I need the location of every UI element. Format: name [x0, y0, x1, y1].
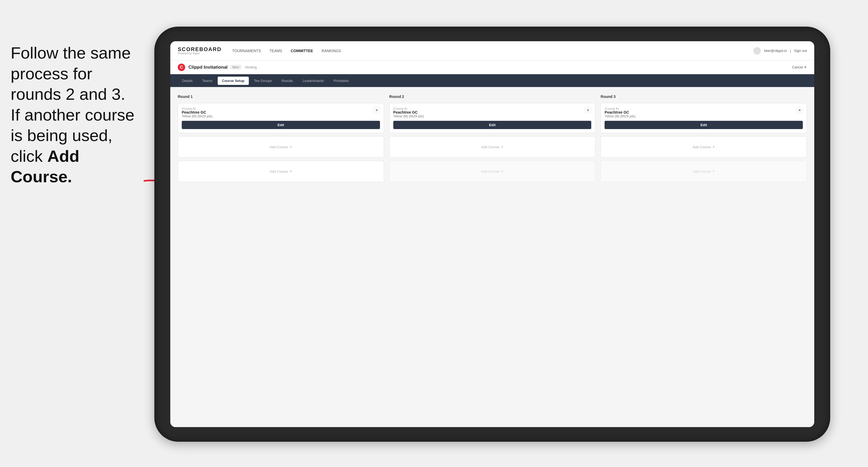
- round-1-edit-button[interactable]: Edit: [182, 121, 380, 129]
- plus-icon: +: [501, 145, 503, 149]
- main-content: Round 1 (Course A) Peachtree GC Yellow (…: [170, 87, 814, 427]
- tab-results[interactable]: Results: [277, 76, 297, 85]
- tab-tee-groups[interactable]: Tee Groups: [250, 76, 276, 85]
- plus-icon: +: [289, 145, 292, 149]
- round-1-label: Round 1: [178, 94, 384, 99]
- logo-title: SCOREBOARD: [178, 46, 221, 52]
- round-2-add-course-2: Add Course +: [389, 161, 595, 182]
- nav-separator: |: [790, 49, 791, 53]
- close-icon: ✕: [375, 108, 378, 112]
- round-3-add-course-2: Add Course +: [600, 161, 807, 182]
- round-1-course-label: (Course A): [182, 107, 213, 110]
- close-icon: ✕: [804, 65, 807, 69]
- round-2-course-name: Peachtree GC: [393, 110, 424, 115]
- round-3-course-name: Peachtree GC: [604, 110, 636, 115]
- instruction-text: Follow the same process for rounds 2 and…: [0, 42, 154, 187]
- round-2-edit-button[interactable]: Edit: [393, 121, 592, 129]
- tab-printables[interactable]: Printables: [329, 76, 353, 85]
- user-email: blair@clippd.io: [764, 49, 786, 53]
- cancel-button[interactable]: Cancel ✕: [792, 65, 807, 69]
- tab-leaderboards[interactable]: Leaderboards: [298, 76, 328, 85]
- round-1-course-info: (Course A) Peachtree GC Yellow (M) (6629…: [182, 107, 213, 118]
- nav-right: blair@clippd.io | Sign out: [753, 47, 807, 55]
- nav-links: TOURNAMENTS TEAMS COMMITTEE RANKINGS: [232, 48, 753, 54]
- round-3-course-details: Yellow (M) (6629 yds): [604, 115, 636, 118]
- round-3-label: Round 3: [600, 94, 807, 99]
- tab-bar: Details Teams Course Setup Tee Groups Re…: [170, 74, 814, 87]
- round-1-course-card-header: (Course A) Peachtree GC Yellow (M) (6629…: [182, 107, 380, 118]
- tab-teams[interactable]: Teams: [198, 76, 217, 85]
- nav-link-rankings[interactable]: RANKINGS: [322, 48, 341, 54]
- user-avatar: [753, 47, 761, 55]
- tab-course-setup[interactable]: Course Setup: [218, 76, 249, 85]
- nav-link-committee[interactable]: COMMITTEE: [291, 48, 313, 54]
- round-3-course-card-header: (Course A) Peachtree GC Yellow (M) (6629…: [604, 107, 803, 118]
- nav-link-tournaments[interactable]: TOURNAMENTS: [232, 48, 261, 54]
- tournament-badge: Men: [230, 65, 242, 70]
- round-2-column: Round 2 (Course A) Peachtree GC Yellow (…: [389, 94, 595, 182]
- round-3-course-label: (Course A): [604, 107, 636, 110]
- round-1-course-details: Yellow (M) (6629 yds): [182, 115, 213, 118]
- round-2-remove-button[interactable]: ✕: [585, 107, 591, 113]
- round-3-course-info: (Course A) Peachtree GC Yellow (M) (6629…: [604, 107, 636, 118]
- close-icon: ✕: [798, 108, 801, 112]
- logo-area: SCOREBOARD Powered by clippd: [178, 46, 221, 55]
- round-1-remove-button[interactable]: ✕: [374, 107, 380, 113]
- round-3-course-card: (Course A) Peachtree GC Yellow (M) (6629…: [600, 103, 807, 133]
- round-2-course-details: Yellow (M) (6629 yds): [393, 115, 424, 118]
- top-nav: SCOREBOARD Powered by clippd TOURNAMENTS…: [170, 41, 814, 60]
- round-3-edit-button[interactable]: Edit: [604, 121, 803, 129]
- round-3-column: Round 3 (Course A) Peachtree GC Yellow (…: [600, 94, 807, 182]
- tablet-shell: SCOREBOARD Powered by clippd TOURNAMENTS…: [154, 27, 830, 442]
- logo-sub: Powered by clippd: [178, 52, 221, 55]
- tab-details[interactable]: Details: [178, 76, 197, 85]
- round-1-column: Round 1 (Course A) Peachtree GC Yellow (…: [178, 94, 384, 182]
- plus-icon: +: [712, 169, 715, 174]
- plus-icon: +: [712, 145, 715, 149]
- round-2-label: Round 2: [389, 94, 595, 99]
- plus-icon: +: [289, 169, 292, 174]
- round-2-course-info: (Course A) Peachtree GC Yellow (M) (6629…: [393, 107, 424, 118]
- rounds-grid: Round 1 (Course A) Peachtree GC Yellow (…: [178, 94, 807, 182]
- sub-header-logo: C: [178, 64, 185, 71]
- round-1-add-course-2[interactable]: Add Course +: [178, 161, 384, 182]
- round-2-course-card-header: (Course A) Peachtree GC Yellow (M) (6629…: [393, 107, 592, 118]
- round-2-course-label: (Course A): [393, 107, 424, 110]
- tournament-name: Clippd Invitational: [188, 65, 227, 70]
- round-1-course-card: (Course A) Peachtree GC Yellow (M) (6629…: [178, 103, 384, 133]
- round-3-remove-button[interactable]: ✕: [797, 107, 803, 113]
- round-1-course-name: Peachtree GC: [182, 110, 213, 115]
- round-2-add-course-1[interactable]: Add Course +: [389, 136, 595, 158]
- sign-out-link[interactable]: Sign out: [794, 49, 807, 53]
- nav-link-teams[interactable]: TEAMS: [269, 48, 282, 54]
- tablet-screen: SCOREBOARD Powered by clippd TOURNAMENTS…: [170, 41, 814, 427]
- sub-header: C Clippd Invitational Men Hosting Cancel…: [170, 60, 814, 74]
- plus-icon: +: [501, 169, 503, 174]
- round-1-add-course-1[interactable]: Add Course +: [178, 136, 384, 158]
- close-icon: ✕: [586, 108, 590, 112]
- tournament-status: Hosting: [245, 65, 257, 69]
- sub-header-right: Cancel ✕: [792, 65, 807, 69]
- round-2-course-card: (Course A) Peachtree GC Yellow (M) (6629…: [389, 103, 595, 133]
- round-3-add-course-1[interactable]: Add Course +: [600, 136, 807, 158]
